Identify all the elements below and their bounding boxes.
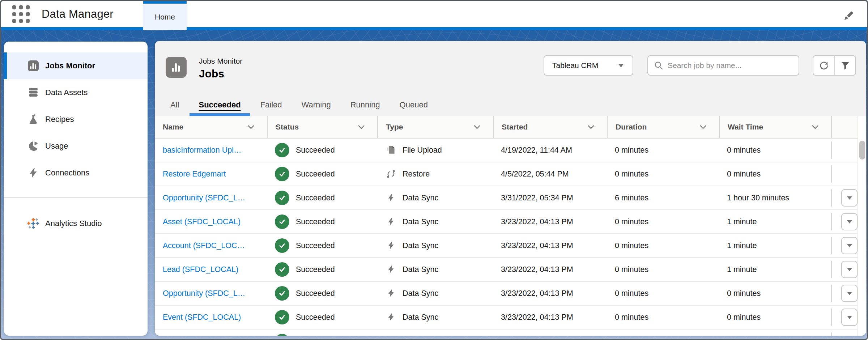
tab-all[interactable]: All [161,94,189,116]
job-started-cell: 4/19/2022, 11:44 AM [493,146,607,155]
column-header-started[interactable]: Started [493,116,607,138]
column-header-type[interactable]: Type [377,116,493,138]
job-name-link[interactable]: Lead (SFDC_LOCAL) [163,265,238,274]
job-actions-cell [831,141,858,159]
table-row: Event (SFDC_LOCAL) Succeeded [155,306,858,330]
row-actions-button[interactable] [841,285,858,302]
job-wait-time-cell: 0 minutes [719,289,831,298]
table-row: Restore Edgemart Succeeded [155,162,858,186]
sidebar-item-connections[interactable]: Connections [4,160,148,186]
job-status-cell: Succeeded [267,286,377,301]
job-started-cell: 3/23/2022, 04:13 PM [493,313,607,322]
app-launcher-icon[interactable] [12,5,30,23]
job-name-link[interactable]: Asset (SFDC_LOCAL) [163,217,241,226]
job-name-cell: Restore Edgemart [155,170,267,179]
sidebar-item-label: Jobs Monitor [45,61,95,71]
data-sync-icon [385,311,397,323]
job-duration-cell: 0 minutes [607,146,719,155]
toolbar-button-group [813,55,856,76]
column-header-status[interactable]: Status [267,116,377,138]
sidebar-item-usage[interactable]: Usage [4,133,148,160]
status-label: Succeeded [296,265,335,274]
pie-chart-icon [27,140,39,152]
job-name-link[interactable]: basicInformation Upl… [163,146,241,155]
tab-failed[interactable]: Failed [251,94,292,116]
column-header-duration[interactable]: Duration [607,116,719,138]
restore-icon [385,168,397,180]
success-check-icon [275,238,289,253]
app-window: Data Manager Home Jobs Monitor [0,0,868,340]
job-search [647,55,799,76]
job-type-cell: File Upload [377,144,493,156]
job-actions-cell [831,285,858,302]
job-name-cell: basicInformation Upl… [155,146,267,155]
search-input[interactable] [668,61,793,70]
job-name-link[interactable]: Account (SFDC_LOC… [163,241,245,250]
sidebar-divider [4,197,148,198]
tab-home[interactable]: Home [143,1,187,30]
job-status-cell: Succeeded [267,310,377,324]
tableau-logo-icon [27,217,39,230]
job-status-cell: Succeeded [267,238,377,253]
status-label: Succeeded [296,217,335,226]
tab-succeeded[interactable]: Succeeded [189,94,250,116]
sidebar-item-jobs-monitor[interactable]: Jobs Monitor [4,52,148,79]
job-name-link[interactable]: Opportunity (SFDC_L… [163,194,245,203]
database-icon [27,86,39,99]
success-check-icon [275,286,289,301]
job-type-cell: Restore [377,168,493,180]
chevron-down-icon[interactable] [699,125,707,129]
column-header-name[interactable]: Name [155,116,267,138]
home-tab-label: Home [155,13,175,21]
job-duration-cell: 0 minutes [607,313,719,322]
job-wait-time-cell: 0 minutes [719,170,831,179]
job-name-cell: Opportunity (SFDC_L… [155,194,267,203]
success-check-icon [275,143,289,157]
data-sync-icon [385,288,397,299]
row-actions-button[interactable] [841,213,858,230]
row-actions-button[interactable] [841,309,858,326]
job-duration-cell: 0 minutes [607,217,719,226]
tab-queued[interactable]: Queued [390,94,438,116]
column-header-wait-time[interactable]: Wait Time [719,116,831,138]
row-actions-button[interactable] [841,261,858,278]
job-wait-time-cell: 0 minutes [719,146,831,155]
bar-chart-icon [166,57,187,78]
chevron-down-icon[interactable] [587,125,595,129]
job-wait-time-cell: 1 minute [719,265,831,274]
job-duration-cell: 0 minutes [607,265,719,274]
table-row: Asset (SFDC_LOCAL) Succeeded [155,210,858,234]
table-scrollbar[interactable] [858,116,866,336]
refresh-button[interactable] [813,56,834,75]
job-status-cell: Succeeded [267,191,377,205]
type-label: Data Sync [403,217,438,226]
sidebar-item-label: Analytics Studio [45,219,102,228]
job-started-cell: 3/31/2022, 05:34 PM [493,194,607,203]
success-check-icon [275,310,289,324]
sidebar-item-label: Connections [45,168,89,178]
type-label: Data Sync [403,194,438,203]
scope-selector-label: Tableau CRM [552,61,598,70]
file-upload-icon [385,144,397,156]
row-actions-button[interactable] [841,237,858,254]
scope-selector-dropdown[interactable]: Tableau CRM [544,55,633,76]
sidebar-item-recipes[interactable]: Recipes [4,106,148,133]
edit-pencil-icon[interactable] [841,8,857,24]
tab-warning[interactable]: Warning [292,94,341,116]
tab-running[interactable]: Running [341,94,390,116]
chevron-down-icon[interactable] [473,125,481,129]
table-row: Opportunity (SFDC_L… Succeeded [155,282,858,306]
scrollbar-thumb[interactable] [859,141,865,160]
job-name-link[interactable]: Event (SFDC_LOCAL) [163,313,241,322]
job-name-link[interactable]: Restore Edgemart [163,170,226,179]
chevron-down-icon[interactable] [812,125,819,129]
sidebar-item-label: Data Assets [45,88,88,97]
chevron-down-icon[interactable] [358,125,365,129]
row-actions-button[interactable] [841,189,858,207]
filter-button[interactable] [834,56,855,75]
sidebar-item-data-assets[interactable]: Data Assets [4,79,148,106]
job-started-cell: 3/23/2022, 04:13 PM [493,241,607,250]
sidebar-item-analytics-studio[interactable]: Analytics Studio [4,210,148,237]
job-name-link[interactable]: Opportunity (SFDC_L… [163,289,245,298]
chevron-down-icon[interactable] [247,125,255,129]
